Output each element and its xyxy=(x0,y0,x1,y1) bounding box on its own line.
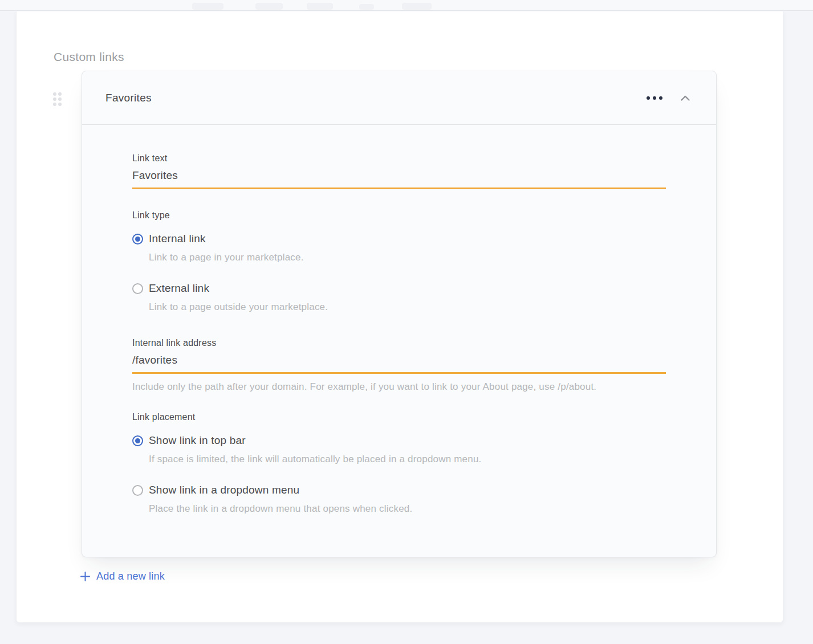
cutoff-element xyxy=(402,3,432,10)
internal-link-address-help: Include only the path after your domain.… xyxy=(132,381,666,393)
show-link-dropdown-description: Place the link in a dropdown menu that o… xyxy=(149,503,666,515)
radio-unselected-icon[interactable] xyxy=(132,485,143,496)
panel-header: Favorites xyxy=(82,71,716,125)
ellipsis-menu-icon[interactable] xyxy=(645,93,664,103)
top-strip-cutoff-toolbar xyxy=(0,0,813,11)
internal-link-radio[interactable]: Internal link xyxy=(132,233,666,245)
external-link-description: Link to a page outside your marketplace. xyxy=(149,301,666,313)
link-placement-label: Link placement xyxy=(132,412,666,422)
custom-links-settings-screen: Custom links Favorites xyxy=(0,0,813,644)
link-type-option-external: External link Link to a page outside you… xyxy=(132,282,666,313)
external-link-radio[interactable]: External link xyxy=(132,282,666,295)
cutoff-element xyxy=(359,4,374,10)
show-link-top-bar-description: If space is limited, the link will autom… xyxy=(149,454,666,465)
chevron-up-icon[interactable] xyxy=(678,93,692,103)
internal-link-address-input[interactable] xyxy=(132,354,666,374)
cutoff-element xyxy=(192,3,223,10)
link-text-input[interactable] xyxy=(132,169,666,189)
cutoff-element xyxy=(307,3,333,10)
show-link-top-bar-label[interactable]: Show link in top bar xyxy=(149,434,246,447)
placement-option-dropdown: Show link in a dropdown menu Place the l… xyxy=(132,484,666,515)
link-text-field-group: Link text xyxy=(132,153,666,189)
link-text-label: Link text xyxy=(132,153,666,164)
show-link-top-bar-radio[interactable]: Show link in top bar xyxy=(132,434,666,447)
external-link-radio-label[interactable]: External link xyxy=(149,282,209,295)
plus-icon xyxy=(80,572,90,581)
page-title: Custom links xyxy=(54,50,124,64)
internal-link-description: Link to a page in your marketplace. xyxy=(149,252,666,263)
drag-handle-icon[interactable] xyxy=(52,91,63,107)
panel-body: Link text Link type Internal link Link t… xyxy=(82,125,716,515)
internal-link-address-label: Internal link address xyxy=(132,338,666,348)
panel-title: Favorites xyxy=(105,92,152,104)
internal-link-address-field-group: Internal link address Include only the p… xyxy=(132,338,666,393)
placement-option-topbar: Show link in top bar If space is limited… xyxy=(132,434,666,465)
internal-link-radio-label[interactable]: Internal link xyxy=(149,233,206,245)
show-link-dropdown-label[interactable]: Show link in a dropdown menu xyxy=(149,484,299,496)
add-new-link-label: Add a new link xyxy=(96,570,165,582)
link-placement-section: Link placement Show link in top bar If s… xyxy=(132,412,666,515)
cutoff-element xyxy=(255,3,283,10)
link-type-section: Link type Internal link Link to a page i… xyxy=(132,210,666,313)
add-new-link-button[interactable]: Add a new link xyxy=(80,570,165,582)
content-card: Custom links Favorites xyxy=(16,11,783,623)
custom-link-panel: Favorites Link text xyxy=(82,71,717,557)
link-type-option-internal: Internal link Link to a page in your mar… xyxy=(132,233,666,263)
radio-unselected-icon[interactable] xyxy=(132,283,143,294)
show-link-dropdown-radio[interactable]: Show link in a dropdown menu xyxy=(132,484,666,496)
radio-selected-icon[interactable] xyxy=(132,435,143,446)
link-type-label: Link type xyxy=(132,210,666,221)
radio-selected-icon[interactable] xyxy=(132,234,143,244)
